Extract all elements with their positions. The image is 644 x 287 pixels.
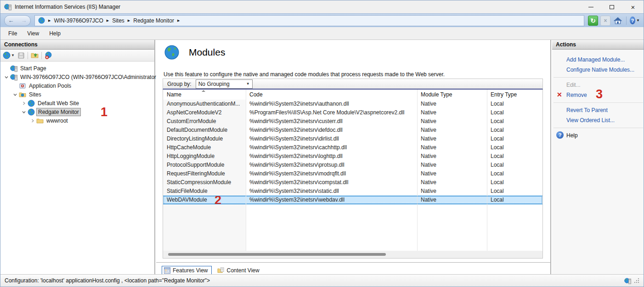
maximize-button[interactable] <box>601 0 622 13</box>
breadcrumb-site[interactable]: Redgate Monitor <box>133 17 174 24</box>
refresh-icon[interactable]: ↻ <box>588 16 598 26</box>
action-add-managed-module[interactable]: Add Managed Module... <box>552 55 644 65</box>
modules-list: Name Code Module Type Entry Type Anonymo… <box>163 90 543 259</box>
horizontal-scrollbar[interactable] <box>163 251 542 258</box>
actions-separator <box>554 102 643 103</box>
tree-item-start-page[interactable]: Start Page <box>0 64 154 73</box>
site-globe-icon <box>28 108 36 116</box>
up-folder-icon[interactable] <box>31 51 39 59</box>
chevron-down-icon[interactable] <box>20 110 28 114</box>
table-row[interactable]: DirectoryListingModule %windir%\System32… <box>163 135 542 143</box>
annotation-step-1: 1 <box>101 106 107 118</box>
workspace: Connections ▼ <box>0 40 644 275</box>
modules-globe-icon <box>164 45 180 60</box>
table-row[interactable]: RequestFilteringModule %windir%\System32… <box>163 169 542 178</box>
column-divider <box>246 90 246 251</box>
action-configure-native-modules[interactable]: Configure Native Modules... <box>552 65 644 75</box>
action-revert-to-parent[interactable]: Revert To Parent <box>552 105 644 115</box>
column-divider <box>487 90 487 251</box>
help-icon[interactable]: ?▼ <box>630 16 640 26</box>
chevron-down-icon[interactable] <box>11 92 19 97</box>
table-row[interactable]: StaticCompressionModule %windir%\System3… <box>163 178 542 187</box>
tree-item-wwwroot[interactable]: wwwroot <box>0 116 154 125</box>
group-by-toolbar: Group by: No Grouping ▼ <box>163 79 543 90</box>
table-row[interactable]: AnonymousAuthenticationM... %windir%\Sys… <box>163 100 542 108</box>
annotation-step-2: 2 <box>215 196 221 204</box>
table-row-selected[interactable]: WebDAVModule 2 %windir%\System32\inetsrv… <box>163 196 542 204</box>
delete-connection-icon[interactable] <box>45 51 52 59</box>
action-remove[interactable]: ✕ Remove 3 <box>552 90 644 100</box>
tree-item-application-pools[interactable]: Application Pools <box>0 81 154 90</box>
back-button[interactable]: ← <box>8 17 14 23</box>
address-bar-buttons: ↻ × ?▼ <box>588 16 640 26</box>
tab-content-view[interactable]: Content View <box>215 266 261 275</box>
menu-view[interactable]: View <box>22 28 44 39</box>
menu-help[interactable]: Help <box>44 28 66 39</box>
actions-header: Actions <box>552 40 644 50</box>
table-row[interactable]: CustomErrorModule %windir%\System32\inet… <box>163 117 542 126</box>
table-row[interactable]: StaticFileModule %windir%\System32\inets… <box>163 187 542 196</box>
column-header-entry-type[interactable]: Entry Type <box>487 90 542 100</box>
connections-header: Connections <box>0 40 154 50</box>
feature-description: Use this feature to configure the native… <box>164 71 542 78</box>
breadcrumb-sites[interactable]: Sites <box>112 17 124 24</box>
chevron-down-icon: ▼ <box>246 82 250 86</box>
column-divider <box>417 90 418 251</box>
group-by-label: Group by: <box>167 81 192 87</box>
minimize-button[interactable] <box>580 0 601 13</box>
table-row[interactable]: DefaultDocumentModule %windir%\System32\… <box>163 126 542 135</box>
create-connection-icon[interactable]: ▼ <box>3 51 15 59</box>
window-title: Internet Information Services (IIS) Mana… <box>15 4 120 10</box>
navigation-buttons: ← → <box>4 15 31 26</box>
close-button[interactable]: × <box>622 0 644 13</box>
application-pools-icon <box>19 82 28 90</box>
breadcrumb-server[interactable]: WIN-39766O97JCO <box>54 17 103 24</box>
table-row[interactable]: HttpLoggingModule %windir%\System32\inet… <box>163 152 542 161</box>
iis-status-icon <box>624 277 631 284</box>
sites-folder-icon <box>19 91 28 98</box>
table-row[interactable]: ProtocolSupportModule %windir%\System32\… <box>163 161 542 169</box>
connections-toolbar: ▼ <box>0 50 154 62</box>
stop-icon: × <box>600 16 610 26</box>
globe-icon <box>38 17 45 24</box>
forward-button[interactable]: → <box>21 17 27 23</box>
actions-separator <box>554 128 643 128</box>
iis-app-icon <box>4 3 11 11</box>
action-help[interactable]: ? Help <box>552 130 644 141</box>
save-connections-icon <box>17 52 25 59</box>
home-icon[interactable] <box>613 16 623 26</box>
features-view-icon <box>164 267 170 274</box>
iis-manager-window: Internet Information Services (IIS) Mana… <box>0 0 644 287</box>
breadcrumb-arrow-icon: ▶ <box>128 19 130 23</box>
scrollbar-thumb[interactable] <box>168 253 386 256</box>
column-header-code[interactable]: Code <box>246 90 417 100</box>
folder-icon <box>36 117 45 124</box>
menu-file[interactable]: File <box>3 28 22 39</box>
group-by-dropdown[interactable]: No Grouping ▼ <box>196 79 253 89</box>
feature-header: Modules <box>164 45 225 60</box>
action-view-ordered-list[interactable]: View Ordered List... <box>552 115 644 125</box>
tree-item-server[interactable]: WIN-39766O97JCO (WIN-39766O97JCO\Adminis… <box>0 73 154 81</box>
chevron-right-icon[interactable] <box>28 118 36 123</box>
column-header-module-type[interactable]: Module Type <box>417 90 487 100</box>
chevron-right-icon[interactable] <box>20 101 28 106</box>
table-row[interactable]: AspNetCoreModuleV2 %ProgramFiles%\IIS\As… <box>163 108 542 117</box>
chevron-down-icon[interactable] <box>2 75 10 79</box>
annotation-step-3: 3 <box>596 88 603 101</box>
title-bar: Internet Information Services (IIS) Mana… <box>0 0 644 13</box>
tree-item-sites[interactable]: Sites <box>0 90 154 99</box>
actions-separator <box>554 77 643 78</box>
table-row[interactable]: HttpCacheModule %windir%\System32\inetsr… <box>163 143 542 152</box>
page-title: Modules <box>189 47 225 58</box>
breadcrumb-arrow-icon: ▶ <box>48 19 51 23</box>
table-header: Name Code Module Type Entry Type <box>163 90 542 100</box>
breadcrumb-arrow-icon: ▶ <box>107 19 109 23</box>
resize-grip[interactable] <box>634 278 639 283</box>
status-bar: Configuration: 'localhost' applicationHo… <box>0 274 644 287</box>
tab-features-view[interactable]: Features View <box>162 266 212 275</box>
tree-item-default-web-site[interactable]: Default Web Site <box>0 99 154 107</box>
address-breadcrumb[interactable]: ▶ WIN-39766O97JCO ▶ Sites ▶ Redgate Moni… <box>34 15 584 26</box>
selected-tree-node: Redgate Monitor <box>36 108 81 116</box>
feature-panel: Modules Use this feature to configure th… <box>156 40 551 275</box>
tree-item-redgate-monitor[interactable]: Redgate Monitor 1 <box>0 107 154 116</box>
